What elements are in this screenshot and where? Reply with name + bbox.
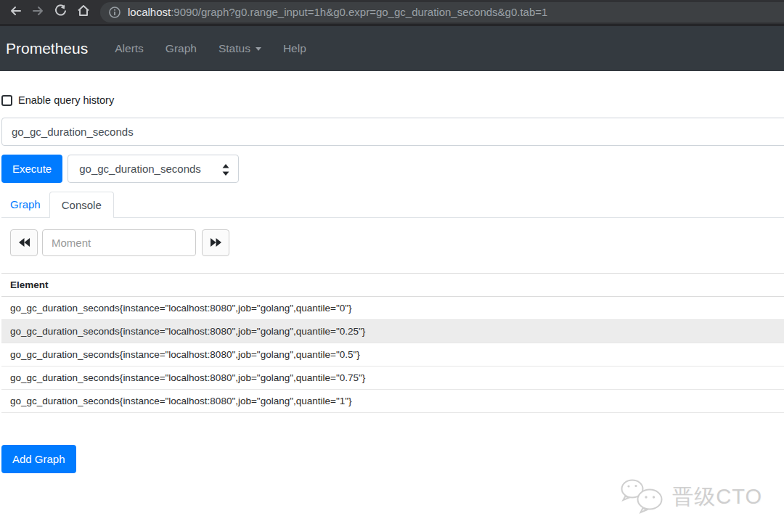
console-result-table: Element go_gc_duration_seconds{instance=… <box>1 273 784 413</box>
query-expression-input[interactable] <box>1 118 784 146</box>
tab-graph[interactable]: Graph <box>1 192 49 217</box>
watermark: 晋级CTO <box>617 477 762 517</box>
double-left-triangles-icon <box>19 237 30 250</box>
address-bar[interactable]: localhost:9090/graph?g0.range_input=1h&g… <box>100 2 784 22</box>
table-row[interactable]: go_gc_duration_seconds{instance="localho… <box>1 367 784 390</box>
up-down-sort-icon <box>222 164 229 178</box>
wechat-icon <box>617 477 666 517</box>
query-history-row: Enable query history <box>1 93 784 107</box>
url-hostname: localhost <box>128 6 171 18</box>
forward-icon <box>31 4 45 20</box>
browser-home-button[interactable] <box>72 1 94 23</box>
main-content: Enable query history Execute go_gc_durat… <box>0 93 784 473</box>
enable-query-history-label: Enable query history <box>18 94 114 106</box>
execute-row: Execute go_gc_duration_seconds <box>1 155 784 183</box>
enable-query-history-checkbox[interactable] <box>1 95 12 106</box>
page-info-icon[interactable] <box>108 6 121 19</box>
moment-step-forward-button[interactable] <box>202 229 229 256</box>
browser-forward-button[interactable] <box>27 1 49 23</box>
moment-input[interactable] <box>42 229 196 256</box>
metric-dropdown-value: go_gc_duration_seconds <box>79 163 201 175</box>
table-header-element: Element <box>1 274 784 297</box>
add-graph-button[interactable]: Add Graph <box>1 445 76 473</box>
brand-prometheus[interactable]: Prometheus <box>6 40 88 57</box>
tab-console[interactable]: Console <box>49 192 114 218</box>
add-graph-row: Add Graph <box>1 445 784 473</box>
nav-item-help[interactable]: Help <box>276 36 314 61</box>
browser-toolbar: localhost:9090/graph?g0.range_input=1h&g… <box>0 0 784 26</box>
watermark-text: 晋级CTO <box>672 483 762 512</box>
metric-dropdown[interactable]: go_gc_duration_seconds <box>68 155 239 183</box>
nav-item-alerts[interactable]: Alerts <box>107 36 151 61</box>
back-icon <box>9 4 23 20</box>
execute-button[interactable]: Execute <box>1 155 62 183</box>
prometheus-navbar: Prometheus Alerts Graph Status Help <box>0 26 784 71</box>
reload-icon <box>54 4 68 20</box>
browser-reload-button[interactable] <box>49 1 72 23</box>
table-row[interactable]: go_gc_duration_seconds{instance="localho… <box>1 343 784 367</box>
nav-item-graph-label: Graph <box>166 42 197 55</box>
url-path: :9090/graph?g0.range_input=1h&g0.expr=go… <box>171 6 547 18</box>
table-row[interactable]: go_gc_duration_seconds{instance="localho… <box>1 297 784 320</box>
nav-item-help-label: Help <box>283 42 306 55</box>
double-right-triangles-icon <box>211 237 221 250</box>
chevron-down-icon <box>256 47 261 51</box>
moment-step-back-button[interactable] <box>10 229 38 256</box>
nav-item-alerts-label: Alerts <box>115 42 144 55</box>
table-row[interactable]: go_gc_duration_seconds{instance="localho… <box>1 320 784 343</box>
nav-item-status-label: Status <box>219 42 250 55</box>
nav-item-status[interactable]: Status <box>211 36 269 61</box>
graph-console-tabs: Graph Console <box>1 192 784 218</box>
nav-item-graph[interactable]: Graph <box>158 36 204 61</box>
browser-back-button[interactable] <box>4 1 27 23</box>
moment-controls <box>1 229 784 256</box>
table-row[interactable]: go_gc_duration_seconds{instance="localho… <box>1 390 784 413</box>
home-icon <box>76 4 91 20</box>
